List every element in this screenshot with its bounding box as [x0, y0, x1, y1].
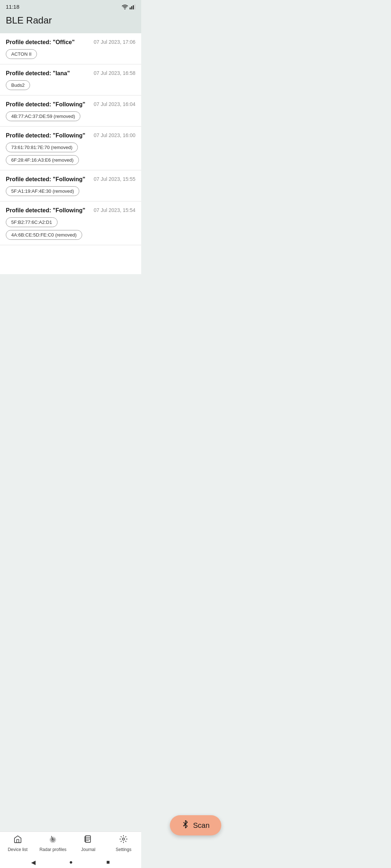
status-time: 11:18 — [6, 4, 20, 10]
log-item: Profile detected: "Following" 07 Jul 202… — [0, 201, 141, 245]
log-time: 07 Jul 2023, 16:00 — [94, 132, 135, 138]
log-item-header: Profile detected: "Following" 07 Jul 202… — [6, 132, 135, 139]
device-tags: Buds2 — [6, 80, 135, 90]
device-tags: 73:61:70:81:7E:70 (removed) 6F:28:4F:16:… — [6, 142, 135, 165]
device-tag: Buds2 — [6, 80, 30, 90]
log-item-header: Profile detected: "Iana" 07 Jul 2023, 16… — [6, 70, 135, 77]
device-tags: 4B:77:AC:37:DE:59 (removed) — [6, 111, 135, 121]
log-title: Profile detected: "Following" — [6, 207, 94, 214]
log-title: Profile detected: "Following" — [6, 176, 94, 183]
log-item: Profile detected: "Following" 07 Jul 202… — [0, 95, 141, 127]
log-time: 07 Jul 2023, 16:04 — [94, 101, 135, 107]
svg-point-0 — [125, 8, 126, 9]
log-item-header: Profile detected: "Following" 07 Jul 202… — [6, 207, 135, 214]
device-tag: ACTON II — [6, 49, 37, 59]
log-item-header: Profile detected: "Office" 07 Jul 2023, … — [6, 39, 135, 46]
device-tag: 6F:28:4F:16:A3:E6 (removed) — [6, 155, 79, 165]
log-time: 07 Jul 2023, 17:06 — [94, 39, 135, 45]
log-item-header: Profile detected: "Following" 07 Jul 202… — [6, 176, 135, 183]
log-title: Profile detected: "Following" — [6, 132, 94, 139]
log-item: Profile detected: "Office" 07 Jul 2023, … — [0, 33, 141, 64]
device-tag: 4A:6B:CE:5D:FE:C0 (removed) — [6, 230, 82, 240]
log-item: Profile detected: "Following" 07 Jul 202… — [0, 127, 141, 170]
device-tag: 5F:B2:77:6C:A2:D1 — [6, 217, 58, 227]
log-title: Profile detected: "Iana" — [6, 70, 94, 77]
log-time: 07 Jul 2023, 15:55 — [94, 176, 135, 182]
wifi-icon — [122, 4, 128, 9]
log-time: 07 Jul 2023, 16:58 — [94, 70, 135, 76]
device-tags: ACTON II — [6, 49, 135, 59]
log-item: Profile detected: "Iana" 07 Jul 2023, 16… — [0, 64, 141, 95]
log-title: Profile detected: "Office" — [6, 39, 94, 46]
device-tag: 4B:77:AC:37:DE:59 (removed) — [6, 111, 80, 121]
device-tags: 5F:A1:19:AF:4E:30 (removed) — [6, 186, 135, 196]
svg-rect-1 — [130, 7, 131, 9]
log-item-header: Profile detected: "Following" 07 Jul 202… — [6, 101, 135, 108]
device-tag: 5F:A1:19:AF:4E:30 (removed) — [6, 186, 79, 196]
content-area: Profile detected: "Office" 07 Jul 2023, … — [0, 33, 141, 274]
svg-rect-4 — [134, 4, 135, 9]
app-title: BLE Radar — [6, 15, 135, 26]
svg-rect-2 — [131, 6, 133, 9]
log-item: Profile detected: "Following" 07 Jul 202… — [0, 170, 141, 201]
status-icons — [122, 4, 135, 9]
svg-rect-3 — [133, 5, 134, 9]
device-tag: 73:61:70:81:7E:70 (removed) — [6, 142, 78, 152]
log-time: 07 Jul 2023, 15:54 — [94, 207, 135, 213]
signal-icon — [130, 4, 135, 9]
app-header: BLE Radar — [0, 11, 141, 33]
status-bar: 11:18 — [0, 0, 141, 11]
log-title: Profile detected: "Following" — [6, 101, 94, 108]
device-tags: 5F:B2:77:6C:A2:D1 4A:6B:CE:5D:FE:C0 (rem… — [6, 217, 135, 240]
